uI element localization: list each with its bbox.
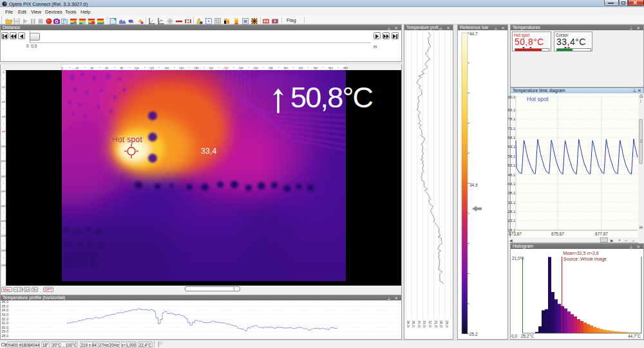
svg-text:21,0%: 21,0% [512, 256, 524, 261]
svg-text:0,0: 0,0 [511, 334, 517, 338]
svg-text:Source: Whole image: Source: Whole image [564, 257, 607, 262]
svg-text:Mean=31,5 σ=2,6: Mean=31,5 σ=2,6 [563, 251, 598, 255]
svg-text:44,7°C: 44,7°C [628, 334, 641, 338]
svg-text:25,2°C: 25,2°C [521, 334, 534, 338]
